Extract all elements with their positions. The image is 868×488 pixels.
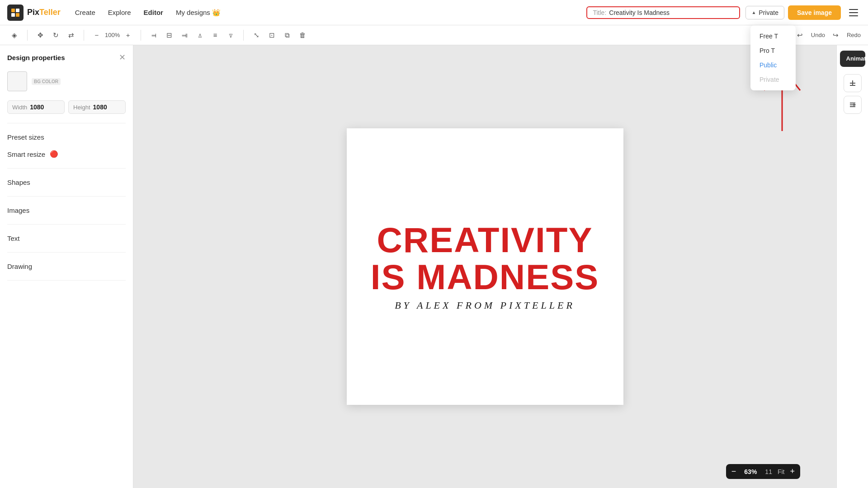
editor-toolbar: ◈ ✥ ↻ ⇄ − 100% + ⫤ ⊟ ⫥ ⍋ bbox=[0, 25, 868, 45]
zoom-out-ctrl-button[interactable]: − bbox=[731, 467, 736, 476]
rotate-button[interactable]: ↻ bbox=[48, 28, 63, 42]
main-layout: Design properties ✕ BG COLOR Width 1080 … bbox=[0, 45, 868, 488]
toolbar-zoom-group: − 100% + bbox=[90, 28, 135, 42]
flip-icon: ⇄ bbox=[68, 31, 74, 39]
svg-rect-0 bbox=[11, 9, 15, 12]
expand-button[interactable] bbox=[844, 96, 862, 114]
canvas-line2: IS MADNESS bbox=[371, 259, 599, 296]
logo-text: PixTeller bbox=[27, 8, 61, 17]
zoom-fit-button[interactable]: Fit bbox=[778, 468, 785, 475]
svg-rect-1 bbox=[16, 9, 19, 12]
dropdown-item-free[interactable]: Free T bbox=[750, 29, 796, 43]
close-icon[interactable]: ✕ bbox=[119, 52, 126, 62]
preset-sizes-label: Preset sizes bbox=[7, 133, 44, 141]
redo-label: Redo bbox=[847, 32, 861, 38]
canvas-line1: CREATIVITY bbox=[371, 222, 599, 259]
hamburger-line bbox=[849, 12, 858, 13]
layers-button[interactable]: ◈ bbox=[7, 28, 22, 42]
nav-create[interactable]: Create bbox=[75, 9, 95, 16]
align-right-button[interactable]: ⫥ bbox=[177, 28, 192, 42]
sidebar-item-text[interactable]: Text bbox=[7, 230, 126, 247]
sidebar-separator bbox=[7, 252, 126, 253]
zoom-in-button[interactable]: + bbox=[121, 28, 135, 42]
logo[interactable]: PixTeller bbox=[7, 5, 61, 21]
smart-resize-label: Smart resize bbox=[7, 150, 45, 158]
drawing-label: Drawing bbox=[7, 263, 32, 270]
title-label: Title: bbox=[593, 9, 606, 16]
hamburger-menu[interactable] bbox=[846, 5, 861, 20]
height-field[interactable]: Height 1080 bbox=[68, 100, 126, 114]
duplicate-button[interactable]: ⧉ bbox=[280, 28, 294, 42]
align-top-button[interactable]: ⍋ bbox=[193, 28, 207, 42]
move-button[interactable]: ✥ bbox=[33, 28, 47, 42]
sidebar-item-preset-sizes[interactable]: Preset sizes bbox=[7, 129, 126, 145]
delete-button[interactable]: 🗑 bbox=[295, 28, 310, 42]
align-top-icon: ⍋ bbox=[198, 31, 202, 39]
svg-rect-3 bbox=[16, 13, 19, 17]
redo-button[interactable]: ↪ bbox=[829, 28, 843, 42]
add-layer-button[interactable] bbox=[844, 74, 862, 92]
align-middle-button[interactable]: ≡ bbox=[208, 28, 222, 42]
resize-button[interactable]: ⤡ bbox=[249, 28, 264, 42]
height-label: Height bbox=[73, 104, 90, 111]
sidebar-title: Design properties bbox=[7, 54, 65, 61]
resize-icon: ⤡ bbox=[254, 31, 259, 39]
hamburger-line bbox=[849, 9, 858, 10]
sidebar-separator bbox=[7, 196, 126, 197]
align-center-icon: ⊟ bbox=[166, 31, 172, 39]
align-bottom-button[interactable]: ⍒ bbox=[223, 28, 238, 42]
align-left-button[interactable]: ⫤ bbox=[146, 28, 161, 42]
bg-color-row: BG COLOR bbox=[7, 71, 126, 91]
move-icon: ✥ bbox=[38, 31, 43, 39]
sidebar-item-smart-resize[interactable]: Smart resize 🔴 bbox=[7, 145, 126, 163]
crop-button[interactable]: ⊡ bbox=[264, 28, 279, 42]
arrow-up-icon: ▲ bbox=[751, 10, 756, 15]
toolbar-transform-group: ✥ ↻ ⇄ bbox=[33, 28, 78, 42]
logo-icon bbox=[7, 5, 24, 21]
canvas-area[interactable]: CREATIVITY IS MADNESS BY ALEX FROM PIXTE… bbox=[133, 45, 836, 488]
sidebar-item-shapes[interactable]: Shapes bbox=[7, 174, 126, 191]
sidebar: Design properties ✕ BG COLOR Width 1080 … bbox=[0, 45, 133, 488]
sidebar-separator bbox=[7, 224, 126, 225]
expand-icon bbox=[849, 101, 857, 109]
rotate-icon: ↻ bbox=[53, 31, 59, 39]
sidebar-header: Design properties ✕ bbox=[7, 52, 126, 62]
zoom-out-button[interactable]: − bbox=[90, 28, 104, 42]
toolbar-layers-group: ◈ bbox=[7, 28, 22, 42]
privacy-button[interactable]: ▲ Private bbox=[745, 6, 784, 19]
delete-icon: 🗑 bbox=[299, 31, 306, 39]
save-button[interactable]: Save image bbox=[788, 5, 841, 20]
title-input[interactable] bbox=[609, 9, 699, 16]
zoom-out-icon: − bbox=[95, 31, 99, 39]
privacy-dropdown: Free T Pro T Public Private bbox=[750, 25, 796, 90]
right-panel: Animate bbox=[836, 45, 868, 488]
zoom-in-ctrl-button[interactable]: + bbox=[790, 467, 795, 476]
nav-my-designs[interactable]: My designs 👑 bbox=[176, 9, 221, 17]
dropdown-item-pro[interactable]: Pro T bbox=[750, 43, 796, 58]
canvas-subline: BY ALEX FROM PIXTELLER bbox=[395, 300, 575, 311]
dropdown-item-public[interactable]: Public bbox=[750, 58, 796, 72]
images-label: Images bbox=[7, 206, 29, 214]
nav-editor[interactable]: Editor bbox=[144, 9, 163, 16]
redo-icon: ↪ bbox=[833, 31, 839, 39]
text-label: Text bbox=[7, 235, 20, 242]
undo-label: Undo bbox=[811, 32, 825, 38]
canvas-headline: CREATIVITY IS MADNESS bbox=[371, 222, 599, 296]
nav-links: Create Explore Editor My designs 👑 bbox=[75, 9, 221, 17]
height-value: 1080 bbox=[93, 103, 107, 111]
sidebar-item-images[interactable]: Images bbox=[7, 202, 126, 219]
top-navigation: PixTeller Create Explore Editor My desig… bbox=[0, 0, 868, 25]
animate-button[interactable]: Animate bbox=[840, 51, 865, 67]
flip-button[interactable]: ⇄ bbox=[64, 28, 78, 42]
shapes-label: Shapes bbox=[7, 178, 30, 186]
toolbar-separator bbox=[84, 30, 84, 41]
width-field[interactable]: Width 1080 bbox=[7, 100, 65, 114]
toolbar-separator bbox=[243, 30, 244, 41]
nav-explore[interactable]: Explore bbox=[108, 9, 131, 16]
bg-color-swatch[interactable] bbox=[7, 71, 27, 91]
undo-icon: ↩ bbox=[797, 31, 803, 39]
sidebar-separator bbox=[7, 123, 126, 123]
sidebar-item-drawing[interactable]: Drawing bbox=[7, 258, 126, 275]
align-center-button[interactable]: ⊟ bbox=[162, 28, 176, 42]
dropdown-item-private: Private bbox=[750, 72, 796, 87]
